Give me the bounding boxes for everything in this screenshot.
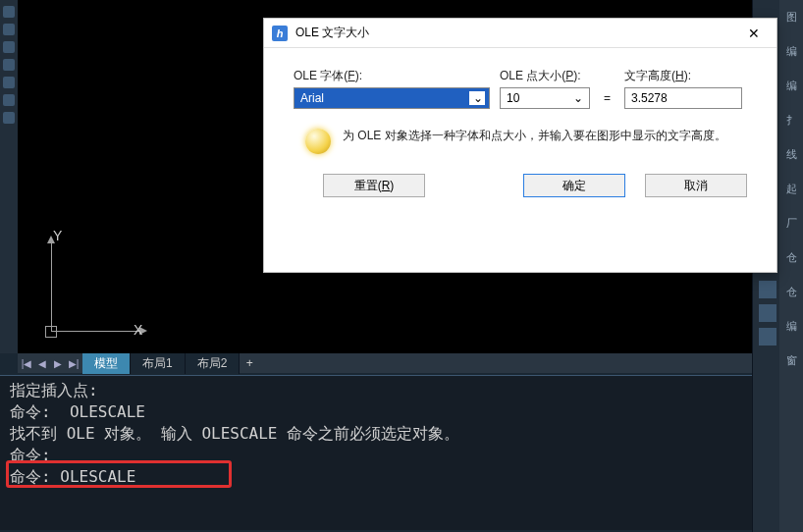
chevron-down-icon[interactable]: ⌄ [469,91,485,105]
font-field-group: OLE 字体(F): Arial ⌄ [294,68,490,109]
y-label: Y [53,228,62,243]
cancel-button[interactable]: 取消 [645,174,747,197]
panel-label[interactable]: 编 [786,79,797,93]
panel-label[interactable]: 窗 [786,353,797,368]
tab-layout2[interactable]: 布局2 [186,353,241,374]
tab-prev-icon[interactable]: ◀ [35,356,49,370]
tab-layout1[interactable]: 布局1 [131,353,186,374]
panel-label[interactable]: 厂 [786,216,797,231]
font-value: Arial [298,91,469,105]
size-combobox[interactable]: 10 ⌄ [500,87,590,109]
dialog-buttons: 重置(R) 确定 取消 [294,174,747,197]
tab-first-icon[interactable]: |◀ [20,356,33,370]
lightbulb-icon [305,129,331,154]
panel-label[interactable]: 线 [786,147,797,162]
close-icon[interactable]: ✕ [739,22,769,45]
panel-label[interactable]: 仓 [786,250,797,265]
ucs-origin [45,326,57,338]
tool-icon[interactable] [3,77,15,88]
panel-label[interactable]: 图 [786,10,797,25]
tab-next-icon[interactable]: ▶ [51,356,65,370]
height-label: 文字高度(H): [624,68,742,84]
panel-label[interactable]: 编 [786,319,797,334]
command-line: 指定插入点: [10,380,770,401]
command-line: 找不到 OLE 对象。 输入 OLESCALE 命令之前必须选定对象。 [10,423,770,445]
left-toolbar [0,0,18,353]
tool-icon[interactable] [3,94,15,106]
font-combobox[interactable]: Arial ⌄ [294,87,490,109]
size-label: OLE 点大小(P): [500,68,590,84]
ole-text-size-dialog: h OLE 文字大小 ✕ OLE 字体(F): Arial ⌄ OLE 点大小(… [263,18,777,273]
fields-row: OLE 字体(F): Arial ⌄ OLE 点大小(P): 10 ⌄ = [294,68,747,109]
tool-icon[interactable] [3,24,15,35]
panel-label[interactable]: 编 [786,44,797,59]
height-field-group: 文字高度(H): [624,68,742,109]
tab-model[interactable]: 模型 [82,353,131,374]
dock-icon[interactable] [759,328,776,346]
dock-icon[interactable] [759,281,776,298]
size-field-group: OLE 点大小(P): 10 ⌄ [500,68,590,109]
tab-nav: |◀ ◀ ▶ ▶| [18,356,82,370]
layout-tabs: |◀ ◀ ▶ ▶| 模型 布局1 布局2 + [18,353,752,373]
tool-icon[interactable] [3,41,15,53]
tip-text: 为 OLE 对象选择一种字体和点大小，并输入要在图形中显示的文字高度。 [343,127,726,144]
app-icon: h [272,26,288,41]
panel-label[interactable]: 仓 [786,285,797,299]
size-value: 10 [505,91,569,105]
dialog-body: OLE 字体(F): Arial ⌄ OLE 点大小(P): 10 ⌄ = [264,48,776,207]
command-line: 命令: [10,445,770,466]
x-label: X [134,322,142,338]
right-panel-labels: 图 编 编 扌 线 起 厂 仓 仓 编 窗 [779,0,803,532]
tool-icon[interactable] [3,59,15,71]
command-history[interactable]: 指定插入点: 命令: OLESCALE 找不到 OLE 对象。 输入 OLESC… [0,375,779,530]
ok-button[interactable]: 确定 [523,174,625,197]
ucs-x-axis [51,331,139,332]
panel-label[interactable]: 扌 [786,113,797,128]
tool-icon[interactable] [3,6,15,18]
height-input[interactable] [624,87,742,109]
reset-button[interactable]: 重置(R) [323,174,425,197]
tab-last-icon[interactable]: ▶| [67,356,80,370]
font-label: OLE 字体(F): [294,68,490,84]
dock-icon[interactable] [759,304,776,322]
tab-add-button[interactable]: + [240,354,259,372]
chevron-down-icon[interactable]: ⌄ [569,91,585,105]
dialog-title-text: OLE 文字大小 [295,25,369,41]
ucs-y-axis [51,243,52,332]
command-line: 命令: OLESCALE [10,401,770,423]
tip-row: 为 OLE 对象选择一种字体和点大小，并输入要在图形中显示的文字高度。 [305,127,747,154]
dialog-titlebar[interactable]: h OLE 文字大小 ✕ [264,19,776,48]
equals-label: = [600,91,615,109]
command-line: 命令: OLESCALE [10,466,770,488]
panel-label[interactable]: 起 [786,182,797,196]
tool-icon[interactable] [3,112,15,124]
